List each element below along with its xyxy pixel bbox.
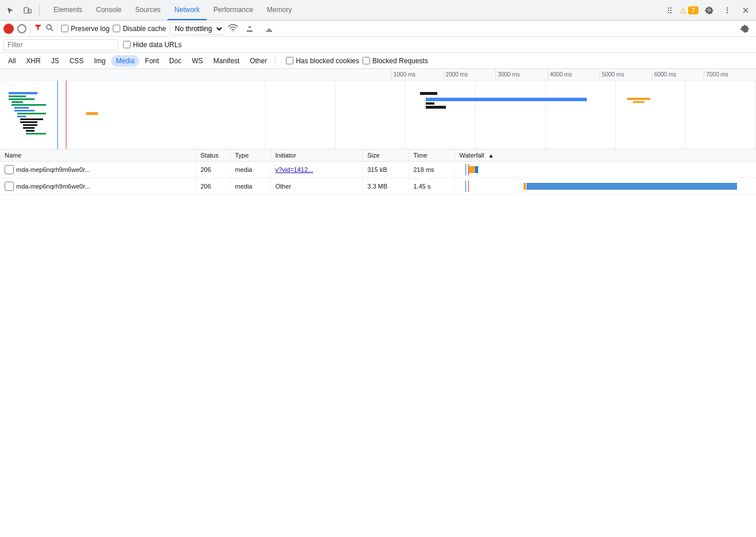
type-btn-media[interactable]: Media <box>111 55 139 67</box>
th-size[interactable]: Size <box>362 149 408 162</box>
th-status[interactable]: Status <box>196 149 230 162</box>
table-row[interactable]: mda-mep6nqrh9m6we0r... 206 media v?vid=1… <box>0 162 756 178</box>
tab-sources[interactable]: Sources <box>128 0 167 20</box>
th-name[interactable]: Name <box>0 149 196 162</box>
close-icon[interactable] <box>738 2 754 18</box>
preserve-log-label[interactable]: Preserve log <box>61 25 109 33</box>
row2-type: media <box>230 178 270 195</box>
throttle-select[interactable]: No throttling <box>170 22 224 35</box>
svg-rect-10 <box>12 101 23 103</box>
svg-rect-16 <box>20 118 43 120</box>
type-btn-css[interactable]: CSS <box>65 55 89 67</box>
row1-type: media <box>230 162 270 178</box>
svg-rect-28 <box>633 101 644 103</box>
has-blocked-cookies-checkbox[interactable] <box>286 57 293 64</box>
main-content: 1000 ms 2000 ms 3000 ms 4000 ms 5000 ms … <box>0 69 756 537</box>
tab-console[interactable]: Console <box>89 0 128 20</box>
type-btn-img[interactable]: Img <box>89 55 110 67</box>
hide-data-urls-checkbox[interactable] <box>123 41 131 48</box>
row2-status: 206 <box>196 178 230 195</box>
device-icon[interactable] <box>20 2 36 18</box>
type-btn-font[interactable]: Font <box>140 55 163 67</box>
tab-performance[interactable]: Performance <box>207 0 260 20</box>
devtools-icons <box>2 2 42 18</box>
cursor-icon[interactable] <box>2 2 18 18</box>
clear-button[interactable] <box>17 24 26 33</box>
divider-1 <box>39 5 40 16</box>
warning-badge[interactable]: 7 <box>688 6 698 14</box>
more-tabs-icon[interactable] <box>661 2 677 18</box>
svg-rect-21 <box>26 133 46 135</box>
network-toolbar: Preserve log Disable cache No throttling <box>0 21 756 37</box>
type-btn-all[interactable]: All <box>3 55 20 67</box>
more-options-icon[interactable] <box>719 2 735 18</box>
svg-rect-27 <box>627 98 650 100</box>
svg-line-6 <box>51 29 54 32</box>
tab-bar: Elements Console Sources Network Perform… <box>0 0 756 21</box>
row1-time: 218 ms <box>408 162 455 178</box>
network-settings-icon[interactable] <box>736 21 753 37</box>
disable-cache-label[interactable]: Disable cache <box>113 25 166 33</box>
row1-name-cell: mda-mep6nqrh9m6we0r... <box>0 162 196 178</box>
record-button[interactable] <box>3 24 14 34</box>
row1-waterfall <box>455 162 756 178</box>
filter-input[interactable] <box>3 39 119 51</box>
timeline-content <box>0 80 756 149</box>
timeline-area: 1000 ms 2000 ms 3000 ms 4000 ms 5000 ms … <box>0 69 756 149</box>
filter-row: Hide data URLs <box>0 37 756 53</box>
row2-size: 3.3 MB <box>362 178 408 195</box>
table-body: mda-mep6nqrh9m6we0r... 206 media v?vid=1… <box>0 162 756 195</box>
svg-rect-23 <box>420 92 437 95</box>
type-btn-other[interactable]: Other <box>245 55 272 67</box>
row1-initiator: v?vid=1412... <box>270 162 362 178</box>
table-row[interactable]: mda-mep6nqrh9m6we0r... 206 media Other 3… <box>0 178 756 195</box>
row2-time: 1.45 s <box>408 178 455 195</box>
filter-funnel-icon[interactable] <box>34 24 42 33</box>
table-container[interactable]: Name Status Type Initiator Size <box>0 149 756 537</box>
download-icon[interactable] <box>261 21 277 37</box>
row1-checkbox[interactable] <box>5 165 14 174</box>
network-table: Name Status Type Initiator Size <box>0 149 756 195</box>
blocked-requests-checkbox[interactable] <box>362 57 370 64</box>
row1-initiator-link[interactable]: v?vid=1412... <box>276 166 314 173</box>
th-type[interactable]: Type <box>230 149 270 162</box>
timeline-ruler: 1000 ms 2000 ms 3000 ms 4000 ms 5000 ms … <box>0 69 756 80</box>
search-icon[interactable] <box>45 24 54 33</box>
svg-rect-9 <box>9 98 35 100</box>
tick-4000: 4000 ms <box>548 69 600 80</box>
svg-rect-19 <box>23 127 35 129</box>
type-btn-ws[interactable]: WS <box>187 55 207 67</box>
type-filter-separator <box>275 56 276 66</box>
toolbar-divider-2 <box>57 24 58 34</box>
table-header-row: Name Status Type Initiator Size <box>0 149 756 162</box>
preserve-log-checkbox[interactable] <box>61 25 68 32</box>
svg-rect-13 <box>14 110 35 112</box>
tick-1000: 1000 ms <box>391 69 444 80</box>
type-btn-manifest[interactable]: Manifest <box>209 55 244 67</box>
has-blocked-cookies-label[interactable]: Has blocked cookies <box>286 57 359 65</box>
th-waterfall[interactable]: Waterfall ▲ <box>455 149 756 162</box>
hide-data-urls-label[interactable]: Hide data URLs <box>123 41 182 49</box>
upload-icon[interactable] <box>242 21 258 37</box>
type-btn-doc[interactable]: Doc <box>165 55 186 67</box>
tick-5000: 5000 ms <box>600 69 652 80</box>
tab-memory[interactable]: Memory <box>260 0 299 20</box>
settings-icon[interactable] <box>701 2 717 18</box>
wf-bar-orange-2 <box>524 183 526 190</box>
th-time[interactable]: Time <box>408 149 455 162</box>
row2-checkbox[interactable] <box>5 182 14 191</box>
warning-triangle-icon: ⚠ <box>679 6 687 15</box>
type-btn-xhr[interactable]: XHR <box>21 55 45 67</box>
wf-bar-blue-main <box>526 183 736 190</box>
disable-cache-checkbox[interactable] <box>113 25 120 32</box>
tab-elements[interactable]: Elements <box>47 0 89 20</box>
th-initiator[interactable]: Initiator <box>270 149 362 162</box>
blocked-requests-label[interactable]: Blocked Requests <box>362 57 428 65</box>
svg-point-2 <box>727 7 728 8</box>
wf-blue-line-2 <box>465 181 466 192</box>
tick-7000: 7000 ms <box>704 69 756 80</box>
tab-network[interactable]: Network <box>167 0 207 20</box>
type-filter-row: All XHR JS CSS Img Media Font Doc WS Man… <box>0 53 756 69</box>
svg-rect-20 <box>26 130 35 132</box>
type-btn-js[interactable]: JS <box>47 55 64 67</box>
